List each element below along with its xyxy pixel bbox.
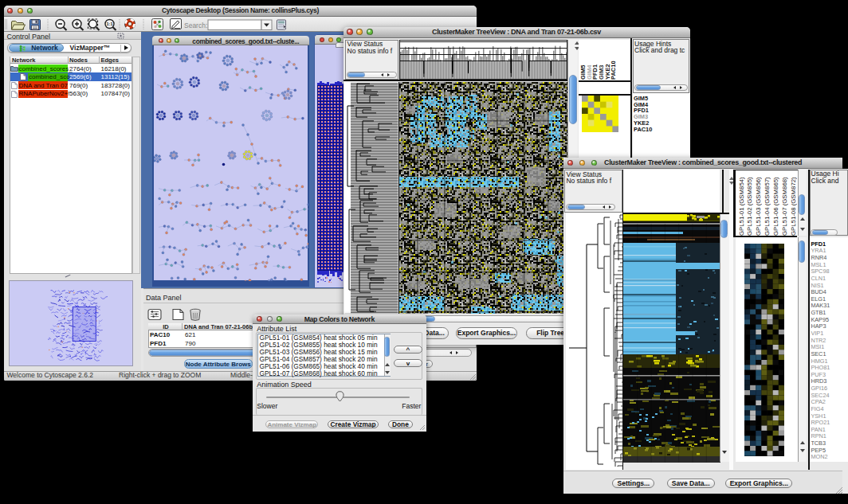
- svg-text:Search:: Search:: [184, 21, 207, 29]
- svg-text:1:1: 1:1: [107, 21, 113, 26]
